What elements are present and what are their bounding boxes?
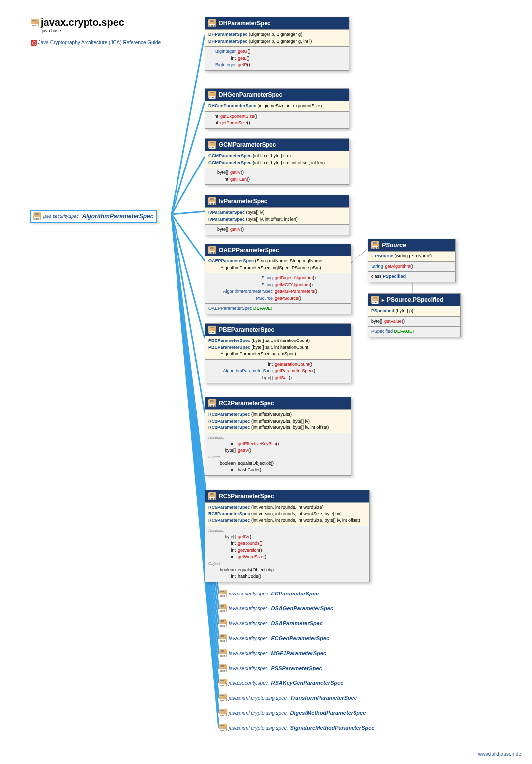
spec-icon (219, 724, 227, 732)
ref-rsakeygenparameterspec[interactable]: java.security.spec.RSAKeyGenParameterSpe… (219, 679, 343, 687)
spec-icon (371, 241, 379, 249)
svg-line-3 (172, 211, 205, 214)
spec-icon (208, 197, 216, 205)
svg-line-7 (172, 214, 205, 507)
svg-line-4 (172, 214, 205, 261)
spec-icon (208, 399, 216, 407)
svg-line-5 (172, 214, 205, 338)
spec-icon (33, 212, 41, 220)
spec-icon (219, 709, 227, 717)
spec-icon (208, 246, 216, 254)
package-name: javax.crypto.spec (41, 17, 124, 28)
footer-link[interactable]: www.falkhausen.de (478, 751, 521, 757)
link-icon (31, 40, 37, 46)
spec-icon (219, 590, 227, 597)
spec-icon (219, 664, 227, 672)
svg-line-2 (172, 157, 205, 214)
class-psource[interactable]: PSource # PSource (String pSrcName) Stri… (368, 239, 456, 282)
spec-icon (208, 326, 216, 334)
package-header: javax.crypto.spec java.base (31, 17, 124, 33)
ref-ecgenparameterspec[interactable]: java.security.spec.ECGenParameterSpec (219, 634, 329, 642)
class-pspecified[interactable]: ▸PSource.PSpecified PSpecified (byte[] p… (368, 293, 461, 337)
ref-mgf1parameterspec[interactable]: java.security.spec.MGF1ParameterSpec (219, 649, 326, 657)
class-pbeparameterspec[interactable]: PBEParameterSpec PBEParameterSpec (byte[… (205, 323, 351, 383)
svg-line-18 (351, 249, 368, 263)
module-name: java.base (42, 28, 124, 33)
svg-line-6 (172, 214, 205, 413)
spec-icon (371, 296, 379, 304)
package-icon (31, 19, 39, 27)
spec-icon (208, 91, 216, 99)
ref-digestmethodparameterspec[interactable]: javax.xml.crypto.dsig.spec.DigestMethodP… (219, 709, 366, 717)
spec-icon (219, 679, 227, 687)
class-gcmparameterspec[interactable]: GCMParameterSpec GCMParameterSpec (int t… (205, 138, 349, 185)
spec-icon (219, 619, 227, 627)
ref-signaturemethodparameterspec[interactable]: javax.xml.crypto.dsig.spec.SignatureMeth… (219, 724, 374, 732)
class-ivparameterspec[interactable]: IvParameterSpec IvParameterSpec (byte[] … (205, 195, 349, 235)
spec-icon (219, 634, 227, 642)
class-rc2parameterspec[interactable]: RC2ParameterSpec RC2ParameterSpec (int e… (205, 397, 351, 476)
ref-dsaparameterspec[interactable]: java.security.spec.DSAParameterSpec (219, 619, 323, 627)
class-rc5parameterspec[interactable]: RC5ParameterSpec RC5ParameterSpec (int v… (205, 490, 370, 582)
ref-pssparameterspec[interactable]: java.security.spec.PSSParameterSpec (219, 664, 322, 672)
ref-transformparameterspec[interactable]: javax.xml.crypto.dsig.spec.TransformPara… (219, 694, 357, 702)
spec-icon (208, 492, 216, 500)
reference-link[interactable]: Java Cryptography Architecture (JCA) Ref… (31, 40, 161, 46)
root-interface[interactable]: java.security.spec.AlgorithmParameterSpe… (30, 210, 157, 223)
class-dhparameterspec[interactable]: DHParameterSpec DHParameterSpec (BigInte… (205, 17, 349, 71)
spec-icon (208, 141, 216, 149)
spec-icon (219, 694, 227, 702)
ref-ecparameterspec[interactable]: java.security.spec.ECParameterSpec (219, 590, 319, 597)
class-oaepparameterspec[interactable]: OAEPParameterSpec OAEPParameterSpec (Str… (205, 244, 351, 314)
spec-icon (219, 604, 227, 612)
spec-icon (208, 19, 216, 27)
svg-line-1 (172, 102, 205, 214)
class-dhgenparameterspec[interactable]: DHGenParameterSpec DHGenParameterSpec (i… (205, 88, 349, 129)
svg-line-0 (172, 35, 205, 214)
ref-dsagenparameterspec[interactable]: java.security.spec.DSAGenParameterSpec (219, 604, 333, 612)
spec-icon (219, 649, 227, 657)
